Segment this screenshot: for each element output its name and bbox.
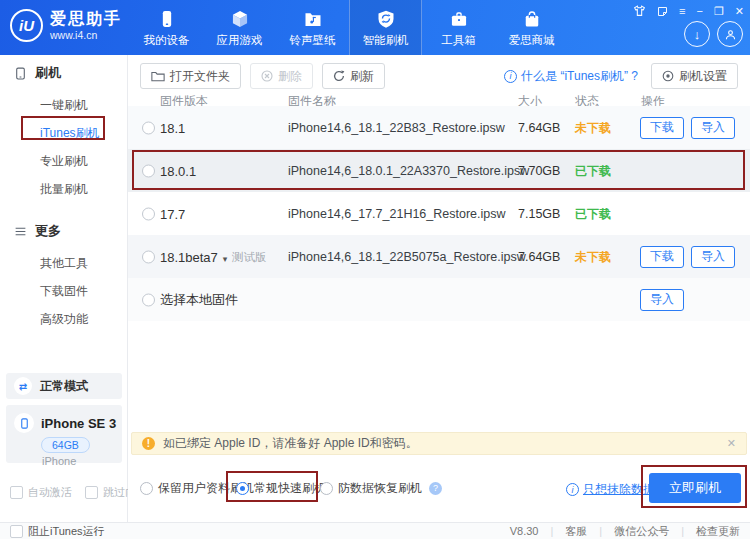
- firmware-size: 7.64GB: [518, 250, 560, 264]
- customer-service-link[interactable]: 客服: [565, 524, 587, 539]
- what-is-itunes-flash-link[interactable]: i 什么是 “iTunes刷机” ?: [504, 68, 638, 85]
- user-icon: [723, 27, 738, 42]
- delete-button[interactable]: 删除: [250, 63, 313, 89]
- sidebar-item-batch-flash[interactable]: 批量刷机: [0, 175, 127, 203]
- checkbox-box: [85, 486, 98, 499]
- device-phone-icon: [14, 413, 34, 433]
- nav-item-my-devices[interactable]: 我的设备: [130, 0, 203, 55]
- checkbox-box: [10, 486, 23, 499]
- flash-options-bar: 保留用户资料刷机 常规快速刷机 防数据恢复刷机 ? i 只想抹除数据? 立即刷机: [128, 455, 750, 522]
- account-button[interactable]: [717, 21, 743, 47]
- local-firmware-label: 选择本地固件: [160, 291, 238, 309]
- sidebar-item-one-click-flash[interactable]: 一键刷机: [0, 91, 127, 119]
- section-title: 刷机: [35, 64, 61, 82]
- radio-anti-data-recovery[interactable]: 防数据恢复刷机 ?: [320, 479, 442, 497]
- sidebar-item-download-firmware[interactable]: 下载固件: [0, 277, 127, 305]
- sidebar-item-pro-flash[interactable]: 专业刷机: [0, 147, 127, 175]
- radio-regular-quick-flash[interactable]: 常规快速刷机: [236, 479, 326, 497]
- nav-label: 铃声壁纸: [290, 33, 336, 48]
- flash-now-button[interactable]: 立即刷机: [649, 473, 741, 503]
- erase-data-link[interactable]: i 只想抹除数据?: [566, 481, 662, 498]
- nav-item-toolbox[interactable]: 工具箱: [422, 0, 495, 55]
- main-content: 打开文件夹 删除 刷新 i 什么是 “iTunes刷机” ?: [128, 55, 750, 522]
- firmware-name: iPhone14,6_18.1_22B83_Restore.ipsw: [288, 121, 505, 135]
- feedback-note-icon[interactable]: [657, 6, 668, 17]
- wechat-account-link[interactable]: 微信公众号: [614, 524, 669, 539]
- firmware-version: 17.7: [160, 206, 185, 221]
- auto-activate-checkbox[interactable]: 自动激活: [10, 485, 72, 500]
- table-row[interactable]: 17.7 iPhone14,6_17.7_21H16_Restore.ipsw …: [128, 192, 750, 235]
- nav-item-smart-flash[interactable]: 智能刷机: [349, 0, 422, 55]
- firmware-size: 7.70GB: [518, 164, 560, 178]
- chevron-down-icon[interactable]: ▾: [223, 253, 228, 263]
- firmware-name: iPhone14,6_18.1_22B5075a_Restore.ipsw: [288, 250, 526, 264]
- sidebar: 刷机 一键刷机 iTunes刷机 专业刷机 批量刷机 更多 其他工具 下载固件 …: [0, 55, 128, 522]
- table-row-local-firmware[interactable]: 选择本地固件 导入: [128, 278, 750, 321]
- device-mode-label: 正常模式: [40, 378, 88, 395]
- block-itunes-checkbox[interactable]: 阻止iTunes运行: [10, 524, 105, 539]
- nav-label: 应用游戏: [217, 33, 263, 48]
- refresh-button[interactable]: 刷新: [322, 63, 385, 89]
- firmware-toolbar: 打开文件夹 删除 刷新 i 什么是 “iTunes刷机” ?: [128, 63, 750, 89]
- flash-settings-button[interactable]: 刷机设置: [651, 63, 738, 89]
- brand-site: www.i4.cn: [50, 29, 122, 41]
- radio-icon: [320, 482, 333, 495]
- radio-icon: [140, 482, 153, 495]
- row-radio[interactable]: [142, 293, 155, 306]
- row-radio[interactable]: [142, 121, 155, 134]
- firmware-name: iPhone14,6_17.7_21H16_Restore.ipsw: [288, 207, 506, 221]
- table-row-selected[interactable]: 18.0.1 iPhone14,6_18.0.1_22A3370_Restore…: [128, 149, 750, 192]
- download-button[interactable]: 下载: [640, 117, 684, 139]
- header: iU 爱思助手 www.i4.cn 我的设备 应用游戏: [0, 0, 750, 55]
- notice-close-icon[interactable]: ✕: [727, 437, 736, 450]
- firmware-version: 18.1beta7: [160, 249, 218, 264]
- delete-circle-icon: [261, 70, 273, 82]
- device-info-panel[interactable]: iPhone SE 3 64GB iPhone: [6, 405, 122, 463]
- table-row[interactable]: 18.1beta7▾ 测试版 iPhone14,6_18.1_22B5075a_…: [128, 235, 750, 278]
- row-radio[interactable]: [142, 164, 155, 177]
- flash-phone-icon: [14, 67, 27, 80]
- cube-icon: [229, 8, 251, 30]
- maximize-icon[interactable]: ❐: [714, 6, 724, 17]
- minimize-icon[interactable]: −: [696, 6, 702, 17]
- nav-item-app-games[interactable]: 应用游戏: [203, 0, 276, 55]
- menu-icon[interactable]: ≡: [679, 6, 685, 17]
- notice-text: 如已绑定 Apple ID，请准备好 Apple ID和密码。: [163, 435, 418, 452]
- firmware-version: 18.1: [160, 120, 185, 135]
- download-button[interactable]: 下载: [640, 246, 684, 268]
- import-button[interactable]: 导入: [691, 117, 735, 139]
- sidebar-item-other-tools[interactable]: 其他工具: [0, 249, 127, 277]
- row-radio[interactable]: [142, 207, 155, 220]
- help-question-icon[interactable]: ?: [429, 482, 442, 495]
- nav-label: 我的设备: [144, 33, 190, 48]
- apple-id-notice: ! 如已绑定 Apple ID，请准备好 Apple ID和密码。 ✕: [131, 432, 747, 455]
- theme-skin-icon[interactable]: [633, 5, 646, 17]
- shopping-bag-icon: [521, 8, 543, 30]
- logo-icon: iU: [10, 9, 43, 42]
- sidebar-section-more: 更多: [0, 219, 127, 243]
- beta-tag: 测试版: [232, 249, 267, 264]
- import-button[interactable]: 导入: [640, 289, 684, 311]
- nav-item-ringtones-wallpapers[interactable]: 铃声壁纸: [276, 0, 349, 55]
- sidebar-item-itunes-flash[interactable]: iTunes刷机: [0, 119, 127, 147]
- check-update-link[interactable]: 检查更新: [696, 524, 740, 539]
- table-row[interactable]: 18.1 iPhone14,6_18.1_22B83_Restore.ipsw …: [128, 106, 750, 149]
- import-button[interactable]: 导入: [691, 246, 735, 268]
- sidebar-item-advanced-features[interactable]: 高级功能: [0, 305, 127, 333]
- app-logo: iU 爱思助手 www.i4.cn: [10, 9, 122, 42]
- brand-name: 爱思助手: [50, 10, 122, 28]
- device-family: iPhone: [42, 455, 122, 467]
- open-folder-button[interactable]: 打开文件夹: [140, 63, 241, 89]
- row-radio[interactable]: [142, 250, 155, 263]
- section-title: 更多: [35, 222, 61, 240]
- download-arrow-icon: ↓: [694, 27, 701, 42]
- device-mode-panel[interactable]: ⇄ 正常模式: [6, 373, 122, 399]
- close-icon[interactable]: ✕: [735, 6, 744, 17]
- mode-swap-icon: ⇄: [14, 377, 32, 395]
- nav-item-store[interactable]: 爱思商城: [495, 0, 568, 55]
- info-icon: i: [504, 70, 517, 83]
- app-version: V8.30: [510, 525, 539, 537]
- gear-icon: [662, 70, 674, 82]
- radio-icon-selected: [236, 482, 249, 495]
- download-manager-button[interactable]: ↓: [684, 21, 710, 47]
